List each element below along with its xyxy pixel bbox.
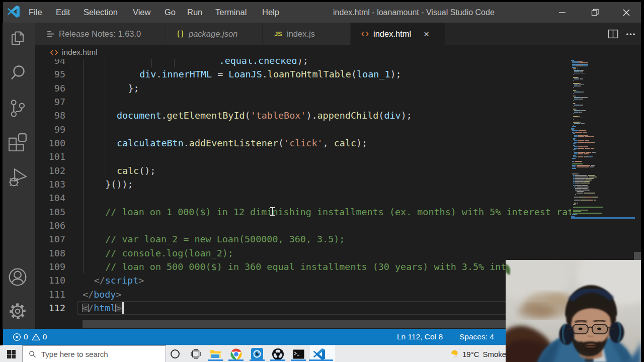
minimap-line xyxy=(573,176,575,177)
minimap-line xyxy=(573,145,575,146)
code-row-98: 98document.getElementById('tableBox').ap… xyxy=(35,109,641,122)
minimap-line xyxy=(582,188,588,189)
indentation-setting[interactable]: Spaces: 4 xyxy=(459,329,494,345)
menu-go[interactable]: Go xyxy=(165,2,176,23)
restore-button[interactable] xyxy=(581,2,609,23)
minimap-line xyxy=(574,73,580,74)
menu-terminal[interactable]: Terminal xyxy=(215,2,247,23)
line-number: 98 xyxy=(46,109,65,122)
menu-help[interactable]: Help xyxy=(262,2,279,23)
problems-indicator[interactable]: 0 0 xyxy=(13,329,47,345)
activity-extensions-icon[interactable] xyxy=(9,133,27,151)
minimap-line xyxy=(578,135,584,136)
minimap-line xyxy=(583,132,587,133)
line-number: 96 xyxy=(46,81,65,95)
tab-index-js[interactable]: JSindex.js xyxy=(263,23,351,45)
tab-label: index.js xyxy=(287,29,315,39)
more-actions-icon[interactable] xyxy=(625,29,636,39)
minimap-line xyxy=(573,139,575,140)
minimap-line xyxy=(580,78,583,79)
code-row-94: 94.equal.checked); xyxy=(35,59,641,67)
taskbar-search[interactable]: Type here to search xyxy=(22,345,166,362)
line-number: 102 xyxy=(46,164,65,177)
weather-temp: 19°C xyxy=(462,350,479,358)
taskbar-task-view-icon[interactable] xyxy=(185,345,206,362)
tab-index-html[interactable]: index.html× xyxy=(351,23,446,45)
minimap-line xyxy=(584,193,595,194)
cursor-position[interactable]: Ln 112, Col 8 xyxy=(397,329,443,345)
minimap-line xyxy=(584,153,588,154)
close-button[interactable] xyxy=(612,2,640,23)
menu-selection[interactable]: Selection xyxy=(84,2,118,23)
minimap-line xyxy=(578,148,585,149)
start-button[interactable] xyxy=(0,345,22,362)
minimap-line xyxy=(574,110,581,111)
activity-account-icon[interactable] xyxy=(9,268,27,286)
menu-view[interactable]: View xyxy=(133,2,150,23)
minimap-line xyxy=(579,130,587,131)
menu-file[interactable]: File xyxy=(29,2,42,23)
tab-package-json[interactable]: package.json xyxy=(166,23,263,45)
minimap-line xyxy=(586,178,594,179)
line-number: 112 xyxy=(46,301,65,315)
minimap-line xyxy=(579,99,583,100)
minimap-line xyxy=(573,80,574,81)
minimap-line xyxy=(580,62,588,63)
minimap-line xyxy=(572,161,574,162)
minimap-line xyxy=(580,105,583,106)
minimap-line xyxy=(583,190,590,191)
warnings-icon xyxy=(32,333,40,341)
minimap-line xyxy=(590,200,593,201)
activity-search-icon[interactable] xyxy=(9,64,27,82)
taskbar-cortana-icon[interactable] xyxy=(165,345,186,362)
minimap-line xyxy=(578,136,585,137)
minimap-line xyxy=(577,165,590,166)
code-line-text: div.innerHTML = LoanJS.loanToHtmlTable(l… xyxy=(139,67,401,81)
minimap-line xyxy=(591,136,594,137)
minimap-line xyxy=(581,183,590,184)
webcam-video xyxy=(506,260,641,362)
breadcrumb[interactable]: index.html xyxy=(35,45,641,59)
minimap-line xyxy=(584,187,588,188)
screen: FileEditSelectionViewGoRunTerminalHelp i… xyxy=(0,0,644,362)
text-cursor xyxy=(122,302,124,314)
tab-label: Release Notes: 1.63.0 xyxy=(59,29,141,39)
minimap-line xyxy=(572,61,578,62)
minimap-line xyxy=(582,92,584,93)
minimap-line xyxy=(578,153,584,154)
minimap-line xyxy=(579,116,580,117)
minimap-line xyxy=(573,155,576,156)
minimap-line xyxy=(581,73,585,74)
split-editor-icon[interactable] xyxy=(608,29,618,39)
minimap-line xyxy=(573,133,575,134)
minimap-line xyxy=(575,178,586,179)
minimap-line xyxy=(573,93,574,94)
activity-source-control-icon[interactable] xyxy=(9,99,27,117)
tab-close-icon[interactable]: × xyxy=(424,30,429,39)
tab-label: index.html xyxy=(373,29,411,39)
minimap-line xyxy=(573,100,574,101)
minimap-line xyxy=(573,210,588,211)
minimap-line xyxy=(573,125,574,126)
minimap-line xyxy=(573,113,574,114)
menu-edit[interactable]: Edit xyxy=(56,2,70,23)
tab-release-notes-1-63-0[interactable]: Release Notes: 1.63.0 xyxy=(35,23,166,45)
minimap-line xyxy=(578,140,585,141)
code-row-95: 95div.innerHTML = LoanJS.loanToHtmlTable… xyxy=(35,67,641,81)
minimap-line xyxy=(578,61,583,62)
weather-widget[interactable]: 19°C Smoke xyxy=(449,345,506,362)
activity-explorer-icon[interactable] xyxy=(9,30,27,48)
minimize-button[interactable] xyxy=(548,2,576,23)
activity-run-debug-icon[interactable] xyxy=(9,168,27,187)
minimap-line xyxy=(574,112,578,113)
weather-condition: Smoke xyxy=(483,350,507,358)
line-number: 100 xyxy=(46,136,65,150)
menu-run[interactable]: Run xyxy=(187,2,202,23)
minimap-line xyxy=(578,173,579,174)
activity-settings-gear-icon[interactable] xyxy=(9,302,27,320)
minimap-line xyxy=(573,119,574,120)
line-number: 95 xyxy=(46,67,65,81)
minimap-line xyxy=(581,123,585,124)
minimap-line xyxy=(578,142,585,143)
minimap-line xyxy=(575,96,576,97)
